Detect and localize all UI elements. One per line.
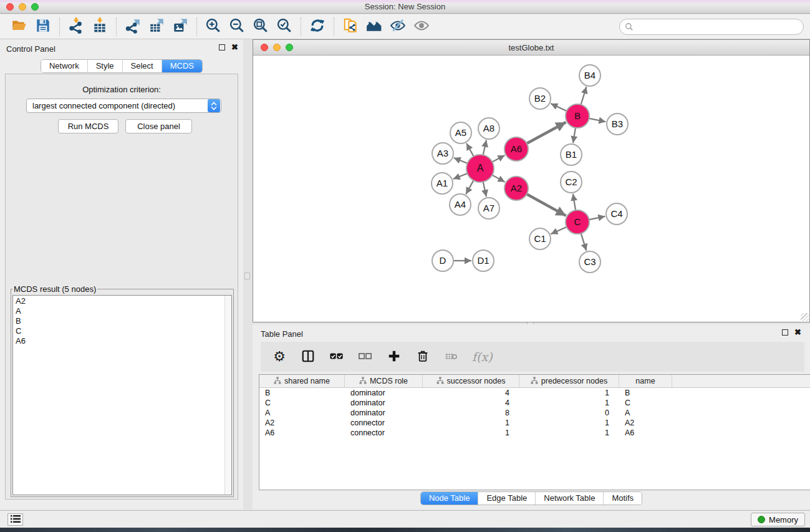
task-history-button[interactable] (7, 513, 23, 526)
graph-node-A6[interactable]: A6 (504, 137, 528, 161)
float-panel-icon[interactable] (219, 44, 225, 51)
open-session-button[interactable] (339, 17, 362, 37)
graph-edge-C-C3[interactable] (581, 233, 586, 251)
graph-edge-B-B1[interactable] (573, 127, 576, 143)
split-view-button[interactable] (300, 349, 316, 365)
table-row[interactable]: A6connector11A6 (259, 428, 810, 438)
graph-edge-A-A4[interactable] (466, 180, 474, 194)
graph-node-C2[interactable]: C2 (561, 172, 582, 193)
table-cell[interactable]: A (619, 408, 672, 418)
mcds-result-item[interactable]: A6 (16, 336, 229, 346)
float-table-panel-icon[interactable] (782, 329, 788, 336)
graph-edge-B-B2[interactable] (551, 104, 567, 111)
table-cell[interactable]: C (259, 398, 345, 408)
graph-node-D[interactable]: D (432, 250, 453, 271)
table-cell[interactable]: 1 (423, 428, 519, 438)
table-cell[interactable]: connector (345, 418, 423, 428)
table-cell[interactable]: 4 (423, 388, 519, 398)
graph-edge-A-A7[interactable] (483, 181, 486, 197)
graph-node-A3[interactable]: A3 (432, 143, 453, 164)
add-column-button[interactable] (386, 349, 402, 365)
table-cell[interactable]: A (259, 408, 345, 418)
show-details-button[interactable] (410, 17, 433, 37)
deselect-all-button[interactable] (357, 349, 374, 365)
graph-node-A1[interactable]: A1 (432, 173, 453, 194)
save-session-button[interactable] (31, 17, 55, 37)
table-cell[interactable]: connector (345, 428, 423, 438)
close-panel-icon[interactable]: ✖ (231, 44, 238, 51)
graph-node-B3[interactable]: B3 (607, 114, 628, 135)
graph-node-A2[interactable]: A2 (504, 177, 528, 200)
vertical-splitter-handle[interactable] (244, 273, 250, 279)
graph-node-C4[interactable]: C4 (606, 203, 627, 225)
column-header-successor-nodes[interactable]: successor nodes (423, 375, 519, 387)
table-cell[interactable]: A6 (259, 428, 345, 438)
graph-node-A8[interactable]: A8 (478, 118, 499, 139)
network-graph[interactable]: AA1A2A3A4A5A6A7A8BB1B2B3B4CC1C2C3C4DD1 (253, 56, 809, 322)
graph-edge-C-C1[interactable] (551, 226, 567, 234)
search-input[interactable] (619, 19, 804, 35)
select-all-button[interactable] (329, 349, 345, 365)
table-cell[interactable]: dominator (345, 388, 423, 398)
home-button[interactable] (362, 17, 386, 37)
graph-node-B[interactable]: B (566, 104, 589, 128)
graph-node-A7[interactable]: A7 (478, 198, 499, 219)
graph-node-C1[interactable]: C1 (529, 228, 551, 249)
graph-edge-A2-C[interactable] (526, 194, 566, 216)
graph-node-C3[interactable]: C3 (579, 251, 600, 273)
table-cell[interactable]: dominator (345, 408, 423, 418)
column-header-predecessor-nodes[interactable]: predecessor nodes (519, 375, 619, 387)
mcds-result-item[interactable]: A2 (16, 296, 229, 306)
table-row[interactable]: A2connector11A2 (259, 418, 810, 428)
table-cell[interactable]: 8 (423, 408, 519, 418)
graph-edge-A-A5[interactable] (466, 143, 474, 157)
function-builder-button[interactable]: f(x) (472, 349, 493, 365)
graph-edge-C-C2[interactable] (573, 194, 576, 211)
tab-select[interactable]: Select (122, 60, 162, 72)
table-cell[interactable]: 1 (519, 398, 619, 408)
tab-edge-table[interactable]: Edge Table (478, 492, 535, 505)
close-panel-button[interactable]: Close panel (125, 119, 192, 133)
network-canvas[interactable]: AA1A2A3A4A5A6A7A8BB1B2B3B4CC1C2C3C4DD1 (253, 56, 809, 322)
delete-column-button[interactable] (415, 349, 431, 365)
graph-node-A5[interactable]: A5 (450, 122, 471, 143)
graph-node-C[interactable]: C (566, 210, 589, 234)
graph-edge-A-A1[interactable] (453, 173, 468, 179)
column-header-mcds-role[interactable]: MCDS role (345, 375, 423, 387)
graph-node-A[interactable]: A (466, 155, 494, 182)
table-cell[interactable]: 1 (519, 428, 619, 438)
tab-mcds[interactable]: MCDS (162, 60, 202, 72)
zoom-selected-button[interactable] (272, 17, 296, 37)
table-cell[interactable]: B (259, 388, 345, 398)
mcds-result-item[interactable]: C (16, 326, 229, 336)
table-cell[interactable]: dominator (345, 398, 423, 408)
table-cell[interactable]: C (619, 398, 672, 408)
hide-details-button[interactable] (386, 17, 410, 37)
import-network-button[interactable] (64, 17, 88, 37)
graph-edge-A-A6[interactable] (492, 155, 505, 162)
run-mcds-button[interactable]: Run MCDS (58, 119, 118, 133)
network-window-titlebar[interactable]: testGlobe.txt (253, 40, 809, 56)
result-scrollbar[interactable] (224, 296, 231, 495)
tab-node-table[interactable]: Node Table (421, 492, 478, 505)
graph-node-A4[interactable]: A4 (450, 194, 471, 215)
export-table-button[interactable] (145, 17, 168, 37)
graph-edge-A-A3[interactable] (454, 158, 468, 163)
column-header-shared-name[interactable]: shared name (259, 375, 345, 387)
graph-edge-A6-B[interactable] (526, 122, 566, 143)
zoom-out-button[interactable] (225, 17, 249, 37)
table-cell[interactable]: 0 (519, 408, 619, 418)
zoom-in-button[interactable] (201, 17, 225, 37)
graph-edge-B-B3[interactable] (589, 118, 606, 122)
column-header-name[interactable]: name (619, 375, 672, 387)
tab-motifs[interactable]: Motifs (603, 492, 642, 505)
destroy-table-button[interactable] (443, 349, 460, 365)
zoom-fit-button[interactable] (249, 17, 272, 37)
memory-button[interactable]: Memory (751, 513, 805, 526)
table-settings-button[interactable]: ⚙ (271, 349, 287, 365)
table-cell[interactable]: B (619, 388, 672, 398)
table-cell[interactable]: A2 (619, 418, 672, 428)
graph-edge-B-B4[interactable] (581, 87, 586, 105)
export-image-button[interactable] (168, 17, 192, 37)
table-cell[interactable]: 1 (519, 418, 619, 428)
